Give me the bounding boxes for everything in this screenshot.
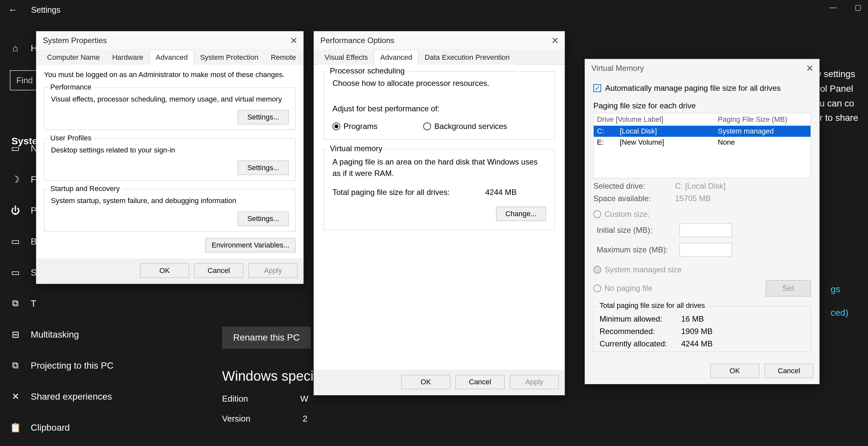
min-value: 16 MB (681, 314, 704, 324)
radio-icon (593, 266, 601, 274)
profiles-settings-button[interactable]: Settings... (238, 161, 289, 175)
radio-background[interactable]: Background services (423, 122, 507, 131)
group-label: Virtual memory (327, 144, 385, 153)
change-button[interactable]: Change... (496, 207, 546, 221)
radio-label: System managed size (604, 265, 682, 274)
col-drive: Drive [Volume Label] (597, 115, 711, 124)
performance-text: Visual effects, processor scheduling, me… (51, 94, 289, 104)
checkbox-label: Automatically manage paging file size fo… (605, 84, 781, 93)
sidebar-item-shared[interactable]: ✕ Shared experiences (10, 381, 209, 412)
group-label-profiles: User Profiles (48, 134, 94, 142)
group-label-startup: Startup and Recovery (48, 185, 122, 193)
sysprops-footer: OK Cancel Apply (36, 258, 303, 284)
tab-visual-effects[interactable]: Visual Effects (318, 50, 374, 65)
selected-drive-label: Selected drive: (593, 182, 675, 191)
group-label: Processor scheduling (327, 66, 407, 75)
close-icon[interactable]: ✕ (290, 35, 298, 46)
rec-value: 1909 MB (681, 327, 713, 336)
edition-value: W (301, 394, 309, 404)
radio-icon (593, 210, 601, 218)
shared-icon: ✕ (10, 391, 21, 402)
max-size-input (680, 243, 732, 257)
power-icon: ⏻ (10, 205, 21, 216)
cur-value: 4244 MB (681, 339, 713, 348)
ok-button[interactable]: OK (140, 263, 189, 278)
search-placeholder: Find (16, 75, 33, 86)
sidebar-item-label: F (31, 174, 36, 185)
battery-icon: ▭ (10, 236, 21, 247)
apply-button[interactable]: Apply (510, 375, 559, 389)
tab-advanced[interactable]: Advanced (150, 50, 194, 65)
min-label: Minimum allowed: (599, 314, 681, 324)
drive-row-c[interactable]: C: [Local Disk] System managed (594, 126, 810, 137)
multitask-icon: ⊟ (10, 329, 21, 340)
totals-label: Total paging file size for all drives (597, 301, 708, 310)
link-advanced[interactable]: ced) (831, 308, 848, 318)
back-icon[interactable]: ← (8, 4, 18, 15)
tab-remote[interactable]: Remote (265, 50, 302, 65)
cur-label: Currently allocated: (599, 339, 681, 348)
startup-settings-button[interactable]: Settings... (238, 212, 289, 226)
tab-dep[interactable]: Data Execution Prevention (418, 50, 516, 65)
storage-icon: ▭ (10, 267, 21, 278)
tab-computer-name[interactable]: Computer Name (41, 50, 106, 65)
rename-pc-button[interactable]: Rename this PC (222, 326, 311, 349)
tab-advanced[interactable]: Advanced (374, 50, 418, 65)
sidebar-item-multitasking[interactable]: ⊟ Multitasking (10, 319, 209, 350)
close-icon[interactable]: ✕ (551, 35, 559, 46)
dialog-title: System Properties (36, 31, 303, 49)
radio-icon (333, 122, 340, 130)
col-size: Paging File Size (MB) (711, 115, 807, 124)
drive-label: [New Volume] (620, 138, 711, 147)
radio-label: Custom size: (604, 210, 650, 219)
perfopt-footer: OK Cancel Apply (314, 370, 565, 395)
drive-list[interactable]: Drive [Volume Label] Paging File Size (M… (593, 113, 811, 178)
app-title: Settings (31, 5, 60, 15)
env-vars-button[interactable]: Environment Variables... (206, 238, 296, 252)
performance-settings-button[interactable]: Settings... (238, 110, 289, 124)
rec-label: Recommended: (599, 327, 681, 336)
vm-text: A paging file is an area on the hard dis… (333, 156, 546, 179)
version-value: 2 (303, 414, 307, 424)
total-value: 4244 MB (485, 188, 517, 197)
sidebar-item-projecting[interactable]: ⧉ Projecting to this PC (10, 350, 209, 381)
radio-label: No paging file (604, 284, 652, 293)
close-icon[interactable]: ✕ (806, 63, 813, 74)
maximize-icon[interactable]: ▢ (855, 3, 862, 12)
minimize-icon[interactable]: — (830, 3, 837, 12)
sidebar-item-clipboard[interactable]: 📋 Clipboard (10, 412, 209, 443)
dialog-title: Performance Options (314, 31, 565, 49)
tab-system-protection[interactable]: System Protection (194, 50, 265, 65)
ok-button[interactable]: OK (710, 364, 759, 378)
home-icon: ⌂ (10, 43, 21, 54)
auto-manage-checkbox[interactable]: ✓ Automatically manage paging file size … (593, 84, 781, 93)
drive-row-e[interactable]: E: [New Volume] None (594, 137, 810, 148)
cancel-button[interactable]: Cancel (765, 364, 813, 378)
titlebar: ← Settings (0, 0, 868, 20)
ps-text: Choose how to allocate processor resourc… (333, 79, 546, 88)
drive-letter: C: (597, 127, 620, 135)
ok-button[interactable]: OK (401, 375, 450, 389)
sidebar-item-label: Multitasking (31, 329, 79, 340)
apply-button[interactable]: Apply (249, 263, 298, 278)
link-settings[interactable]: gs (831, 284, 848, 294)
adjust-label: Adjust for best performance of: (333, 104, 546, 113)
set-button: Set (766, 280, 811, 296)
cancel-button[interactable]: Cancel (194, 263, 243, 278)
sidebar-item-label: Shared experiences (31, 391, 112, 402)
cancel-button[interactable]: Cancel (456, 375, 504, 389)
selected-drive-value: C: [Local Disk] (675, 182, 725, 191)
sidebar-item-label: Clipboard (31, 422, 70, 433)
right-links: gs ced) (831, 284, 848, 331)
drive-letter: E: (597, 138, 620, 147)
radio-label: Background services (434, 122, 507, 131)
edition-label: Edition (222, 394, 248, 404)
sidebar-item-tablet[interactable]: ⧉ T (10, 288, 209, 319)
virtual-memory-dialog: Virtual Memory ✕ ✓ Automatically manage … (585, 59, 820, 384)
bg-text-line: er to share (814, 111, 858, 125)
radio-programs[interactable]: Programs (333, 122, 377, 131)
startup-group: Startup and Recovery System startup, sys… (44, 189, 296, 231)
sidebar-item-label: Projecting to this PC (31, 360, 114, 371)
startup-text: System startup, system failure, and debu… (51, 196, 289, 206)
tab-hardware[interactable]: Hardware (106, 50, 149, 65)
